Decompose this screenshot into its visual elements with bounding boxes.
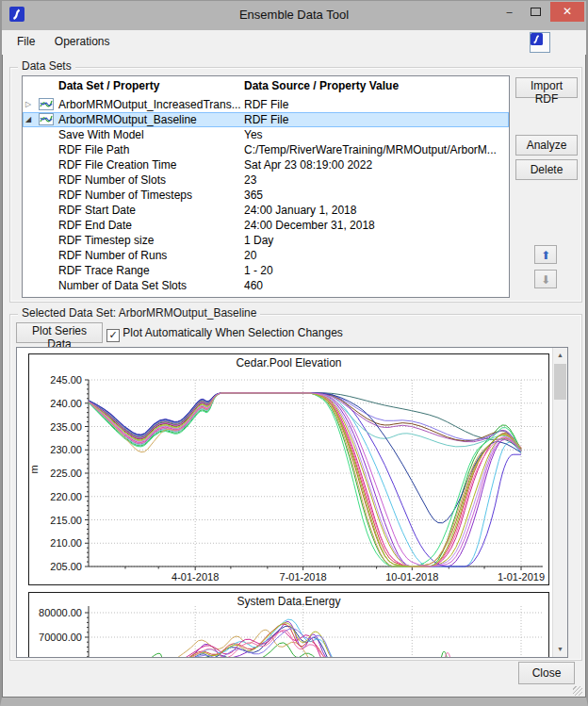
maximize-icon xyxy=(531,8,541,16)
table-body: ▷ ArborMRMOutput_IncreasedTrans... RDF F… xyxy=(23,97,509,293)
property-cell: RDF File Creation Time xyxy=(58,158,176,172)
delete-button[interactable]: Delete xyxy=(515,159,578,180)
value-cell: 23 xyxy=(244,173,256,187)
close-window-button[interactable]: ✕ xyxy=(550,2,584,22)
property-cell: ArborMRMOutput_IncreasedTrans... xyxy=(58,98,241,111)
value-cell: 460 xyxy=(244,279,263,292)
svg-text:1-01-2019: 1-01-2019 xyxy=(498,571,545,583)
auto-plot-checkbox[interactable]: ✓ xyxy=(106,329,120,342)
property-cell: RDF Timestep size xyxy=(58,234,154,247)
elevation-chart: 4-01-20187-01-201810-01-20181-01-2019245… xyxy=(28,353,549,585)
table-row[interactable]: RDF Timestep size1 Day xyxy=(23,233,509,248)
property-cell: Number of Data Set Slots xyxy=(58,279,187,292)
table-row[interactable]: RDF Start Date24:00 January 1, 2018 xyxy=(23,203,509,218)
riverware-toolbar-button[interactable] xyxy=(530,32,550,53)
value-cell: 24:00 January 1, 2018 xyxy=(244,204,356,217)
svg-text:230.00: 230.00 xyxy=(50,444,82,455)
elevation-chart-title: Cedar.Pool Elevation xyxy=(29,356,548,369)
column-header-property[interactable]: Data Set / Property xyxy=(58,79,159,92)
title-bar[interactable]: Ensemble Data Tool – ✕ xyxy=(2,1,586,30)
minimize-icon: – xyxy=(506,6,512,17)
table-row[interactable]: RDF File PathC:/Temp/RiverWareTraining/M… xyxy=(23,142,509,157)
scroll-up-arrow[interactable]: ▲ xyxy=(553,348,567,363)
menu-bar: File Operations xyxy=(2,30,586,55)
property-cell: RDF Trace Range xyxy=(58,264,150,277)
svg-text:205.00: 205.00 xyxy=(50,561,82,572)
value-cell: 24:00 December 31, 2018 xyxy=(244,219,375,232)
value-cell: Sat Apr 23 08:19:00 2022 xyxy=(244,158,372,172)
maximize-button[interactable] xyxy=(523,2,548,22)
tree-expanded-icon[interactable]: ◢ xyxy=(25,113,37,126)
svg-text:10-01-2018: 10-01-2018 xyxy=(385,571,438,583)
minimize-button[interactable]: – xyxy=(497,2,522,22)
auto-plot-option: ✓ Plot Automatically When Selection Chan… xyxy=(106,326,343,342)
value-cell: 1 Day xyxy=(244,234,273,247)
table-row[interactable]: RDF Number of Slots23 xyxy=(23,172,509,188)
close-dialog-button[interactable]: Close xyxy=(518,662,575,684)
menu-file[interactable]: File xyxy=(9,30,42,53)
elevation-y-axis-unit: m xyxy=(28,465,40,473)
svg-text:210.00: 210.00 xyxy=(50,537,82,549)
energy-chart: 80000.0070000.00 System Data.Energy xyxy=(28,592,549,658)
table-row-dataset-selected[interactable]: ◢ ArborMRMOutput_Baseline RDF File xyxy=(23,112,509,127)
data-sets-table[interactable]: Data Set / Property Data Source / Proper… xyxy=(22,75,510,298)
svg-text:245.00: 245.00 xyxy=(50,374,82,386)
table-header: Data Set / Property Data Source / Proper… xyxy=(23,76,509,96)
menu-operations[interactable]: Operations xyxy=(47,30,118,53)
riverware-logo-icon xyxy=(531,33,543,45)
value-cell: 20 xyxy=(244,249,256,262)
svg-text:240.00: 240.00 xyxy=(50,398,82,409)
table-row[interactable]: RDF Trace Range1 - 20 xyxy=(23,263,509,278)
property-cell: RDF Number of Slots xyxy=(58,173,166,187)
table-row[interactable]: Number of Data Set Slots460 xyxy=(23,278,509,293)
close-icon: ✕ xyxy=(563,5,572,18)
move-down-button[interactable]: ⬇ xyxy=(534,270,557,288)
table-row[interactable]: RDF Number of Timesteps365 xyxy=(23,188,509,203)
analyze-button[interactable]: Analyze xyxy=(515,135,578,156)
value-cell: C:/Temp/RiverWareTraining/MRMOutput/Arbo… xyxy=(244,143,497,156)
tree-collapsed-icon[interactable]: ▷ xyxy=(25,98,37,111)
table-row-dataset[interactable]: ▷ ArborMRMOutput_IncreasedTrans... RDF F… xyxy=(23,97,509,112)
data-sets-group-label: Data Sets xyxy=(18,59,75,73)
dataset-plot-icon xyxy=(39,98,54,110)
svg-text:225.00: 225.00 xyxy=(50,468,82,479)
value-cell: 1 - 20 xyxy=(244,264,273,277)
property-cell: RDF End Date xyxy=(58,219,132,232)
property-cell: ArborMRMOutput_Baseline xyxy=(58,113,197,126)
resize-grip[interactable] xyxy=(573,686,582,696)
check-icon: ✓ xyxy=(108,329,117,340)
table-row[interactable]: Save With ModelYes xyxy=(23,127,509,142)
scrollbar-thumb[interactable] xyxy=(554,364,566,400)
property-cell: RDF File Path xyxy=(58,143,129,156)
svg-text:7-01-2018: 7-01-2018 xyxy=(280,571,327,583)
move-up-button[interactable]: ⬆ xyxy=(534,245,557,264)
svg-text:4-01-2018: 4-01-2018 xyxy=(172,571,219,583)
plot-series-data-button[interactable]: Plot Series Data xyxy=(16,322,103,343)
property-cell: RDF Number of Runs xyxy=(58,249,167,262)
svg-text:80000.00: 80000.00 xyxy=(39,607,82,618)
import-rdf-button[interactable]: Import RDF xyxy=(515,77,578,98)
svg-text:215.00: 215.00 xyxy=(50,515,82,526)
selected-data-set-label: Selected Data Set: ArborMRMOutput_Baseli… xyxy=(18,306,260,320)
selected-data-set-group: Selected Data Set: ArborMRMOutput_Baseli… xyxy=(9,314,582,661)
table-row[interactable]: RDF Number of Runs20 xyxy=(23,248,509,263)
table-row[interactable]: RDF File Creation TimeSat Apr 23 08:19:0… xyxy=(23,157,509,172)
value-cell: RDF File xyxy=(244,113,288,126)
property-cell: RDF Start Date xyxy=(58,204,136,217)
svg-text:220.00: 220.00 xyxy=(50,491,82,502)
energy-chart-title: System Data.Energy xyxy=(29,595,548,608)
data-sets-group: Data Sets Data Set / Property Data Sourc… xyxy=(9,67,582,303)
property-cell: Save With Model xyxy=(58,128,144,141)
value-cell: RDF File xyxy=(244,98,288,111)
ensemble-data-tool-window: Ensemble Data Tool – ✕ File Operations D… xyxy=(0,0,588,706)
value-cell: Yes xyxy=(244,128,263,141)
auto-plot-label: Plot Automatically When Selection Change… xyxy=(122,326,342,339)
column-header-value[interactable]: Data Source / Property Value xyxy=(244,79,399,92)
svg-text:70000.00: 70000.00 xyxy=(39,632,82,643)
value-cell: 365 xyxy=(244,189,263,202)
plot-scrollbar[interactable]: ▲ ▼ xyxy=(552,348,567,657)
scroll-down-arrow[interactable]: ▼ xyxy=(553,642,567,657)
elevation-chart-canvas: 4-01-20187-01-201810-01-20181-01-2019245… xyxy=(29,354,548,584)
plot-viewport[interactable]: 4-01-20187-01-201810-01-20181-01-2019245… xyxy=(16,347,568,658)
table-row[interactable]: RDF End Date24:00 December 31, 2018 xyxy=(23,218,509,233)
